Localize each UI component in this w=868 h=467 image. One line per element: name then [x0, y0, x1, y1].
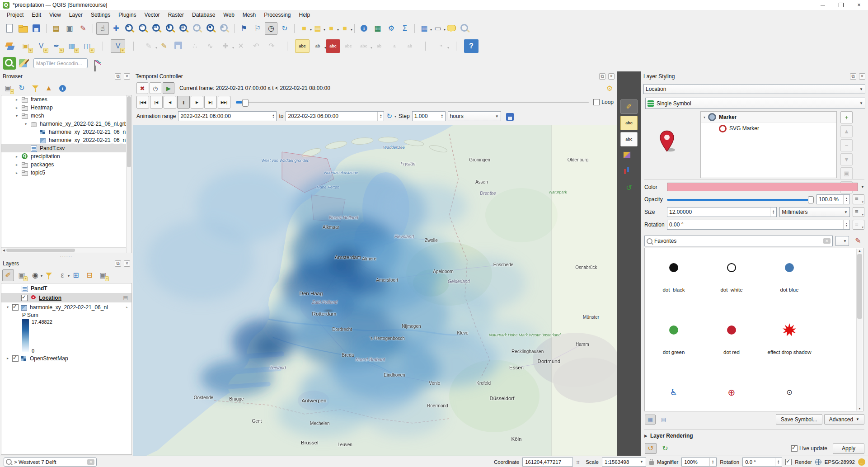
spinner-buttons[interactable]: ▲▼: [775, 458, 779, 466]
scale-combo[interactable]: 1:1563498 ▼: [602, 458, 646, 467]
menu-item[interactable]: Layer: [65, 11, 87, 19]
new-geopackage-icon[interactable]: ▣: [19, 39, 33, 53]
symbol-item[interactable]: dot green: [645, 311, 703, 373]
symbol-item[interactable]: dot blue: [760, 248, 818, 311]
time-slider[interactable]: [236, 96, 589, 108]
color-dropdown-icon[interactable]: ▼: [861, 185, 864, 189]
layer-labeling-icon[interactable]: abc: [295, 39, 310, 53]
spinner-buttons[interactable]: ▲▼: [709, 458, 714, 466]
diagrams-tab-icon[interactable]: [620, 165, 638, 179]
menu-item[interactable]: Help: [295, 11, 314, 19]
select-all-icon[interactable]: ■: [338, 22, 351, 35]
filter-legend-icon[interactable]: [43, 269, 55, 281]
label-pin-icon[interactable]: abc: [357, 39, 371, 53]
refresh-map-icon[interactable]: ↻: [278, 22, 291, 35]
label-show-hide-icon[interactable]: ab: [372, 39, 386, 53]
expander-icon[interactable]: ▾: [25, 122, 30, 126]
separator[interactable]: [412, 22, 417, 35]
browser-horizontal-scrollbar[interactable]: ◀: [1, 247, 126, 253]
coordinate-input[interactable]: 161204,477217: [522, 458, 573, 467]
play-forward-button[interactable]: ▶: [191, 96, 203, 108]
mask-tab-icon[interactable]: abc: [620, 132, 638, 146]
add-symbol-layer-button[interactable]: ＋: [840, 111, 853, 123]
browser-tree-item[interactable]: ▸ precipitation: [1, 152, 131, 160]
layer-rendering-label[interactable]: Layer Rendering: [650, 433, 693, 439]
rotation-input[interactable]: 0.00 ° ▲▼: [667, 220, 850, 230]
symbology-tab-icon[interactable]: ✐: [620, 99, 638, 114]
symbol-tree-svg-marker-row[interactable]: SVG Marker: [701, 123, 836, 134]
add-group-icon[interactable]: ▣: [16, 269, 28, 281]
layer-diagram-icon[interactable]: ab: [310, 39, 325, 53]
label-move-icon[interactable]: a: [387, 39, 402, 53]
rotation-input[interactable]: 0.0 ° ▲▼: [742, 458, 782, 467]
refresh-browser-icon[interactable]: ↻: [16, 82, 28, 94]
separator[interactable]: [232, 22, 237, 35]
expander-icon[interactable]: ▸: [16, 163, 21, 167]
expander-icon[interactable]: ▾: [704, 115, 705, 119]
magnifier-input[interactable]: 100% ▲▼: [681, 458, 717, 467]
spinner-buttons[interactable]: ▲▼: [439, 112, 443, 121]
zoom-to-selection-icon[interactable]: ▮: [164, 22, 177, 35]
measure-icon[interactable]: ▭: [432, 22, 444, 35]
pause-button[interactable]: ∥: [177, 96, 190, 108]
new-print-layout-icon[interactable]: ▤: [50, 22, 62, 35]
separator[interactable]: [418, 39, 432, 53]
float-panel-icon[interactable]: ⧉: [115, 73, 121, 80]
clear-search-icon[interactable]: ✕: [87, 459, 94, 465]
identify-features-icon[interactable]: [358, 22, 371, 35]
opacity-slider[interactable]: [667, 195, 814, 204]
menu-item[interactable]: Project: [3, 11, 28, 19]
expander-icon[interactable]: ▸: [16, 98, 21, 102]
layout-manager-icon[interactable]: ▣: [63, 22, 76, 35]
zoom-to-layer-icon[interactable]: ▤: [178, 22, 190, 35]
menu-item[interactable]: Processing: [260, 11, 295, 19]
list-view-button[interactable]: ▤: [658, 415, 669, 425]
fast-forward-button[interactable]: ▶▶|: [218, 96, 230, 108]
show-bookmarks-icon[interactable]: ⚐: [251, 22, 264, 35]
loop-checkbox[interactable]: [593, 99, 600, 105]
zoom-out-icon[interactable]: −: [137, 22, 150, 35]
sum-features-icon[interactable]: Σ: [399, 22, 411, 35]
layer-item[interactable]: ▾ harmonie_xy_2022-02-21_06_nl ◔: [1, 302, 131, 312]
labels-tab-icon[interactable]: abc: [620, 116, 638, 130]
expander-icon[interactable]: ▶: [644, 434, 647, 438]
separator[interactable]: [292, 22, 297, 35]
select-features-icon[interactable]: ■: [298, 22, 310, 35]
close-button[interactable]: ×: [850, 0, 868, 10]
remove-symbol-layer-button[interactable]: −: [840, 139, 853, 151]
browser-tree-item[interactable]: harmonie_xy_2022-02-21_06_nl: [1, 128, 131, 136]
zoom-last-icon[interactable]: ◀: [205, 22, 217, 35]
layer-visibility-checkbox[interactable]: [12, 304, 19, 311]
labeling-single-icon[interactable]: abc: [326, 39, 340, 53]
redo-style-icon[interactable]: ↻: [659, 443, 671, 454]
profile-plot-icon[interactable]: [92, 57, 104, 70]
label-change-icon[interactable]: ab: [403, 39, 417, 53]
temporal-off-button[interactable]: ✖: [136, 82, 148, 94]
save-symbol-button[interactable]: Save Symbol...: [776, 414, 822, 425]
new-project-icon[interactable]: [3, 22, 16, 35]
help-icon[interactable]: ?: [464, 39, 479, 53]
layer-item[interactable]: ▸ OpenStreetMap: [1, 354, 131, 363]
browser-tree-item[interactable]: ▸ frames: [1, 95, 131, 104]
step-unit-combo[interactable]: hours▼: [448, 111, 501, 121]
undo-icon[interactable]: ↶: [249, 39, 263, 53]
symbol-item[interactable]: [703, 373, 760, 411]
save-project-icon[interactable]: [30, 22, 43, 35]
deselect-features-icon[interactable]: ■: [325, 22, 338, 35]
redo-icon[interactable]: ↷: [264, 39, 279, 53]
menu-item[interactable]: View: [45, 11, 65, 19]
statistics-icon[interactable]: ▦: [371, 22, 384, 35]
symbol-item[interactable]: dot white: [703, 248, 760, 311]
browser-tree-item[interactable]: ▸ packages: [1, 160, 131, 169]
size-override-button[interactable]: [853, 207, 864, 217]
expander-icon[interactable]: ▾: [16, 114, 21, 118]
menu-item[interactable]: Edit: [28, 11, 45, 19]
history-tab-icon[interactable]: ↺: [620, 181, 638, 195]
icon-view-button[interactable]: ▦: [645, 415, 656, 425]
minimize-button[interactable]: [814, 0, 832, 10]
digitize-curve-icon[interactable]: ∿: [203, 39, 217, 53]
separator[interactable]: [449, 39, 463, 53]
float-panel-icon[interactable]: ⧉: [850, 73, 856, 80]
symbol-item[interactable]: dot red: [703, 311, 760, 373]
digitize-point-icon[interactable]: ∴: [188, 39, 202, 53]
